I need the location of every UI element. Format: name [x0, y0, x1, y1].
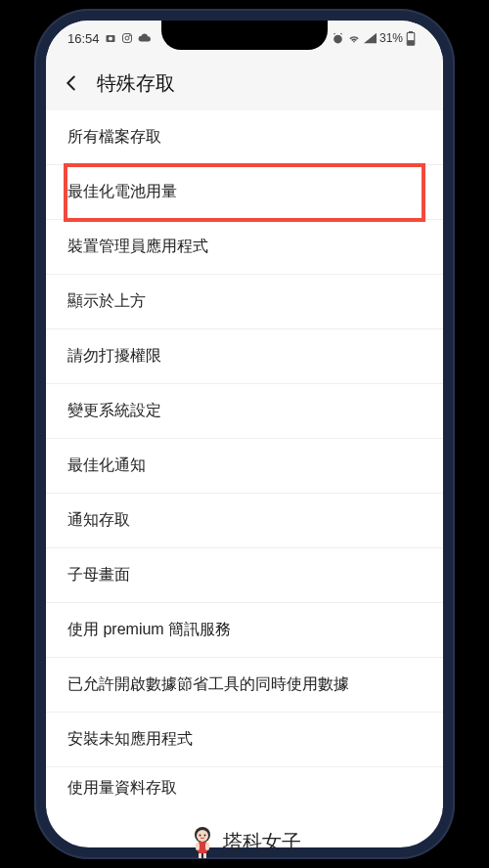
phone-frame: 16:54: [34, 9, 455, 859]
status-left: 16:54: [67, 31, 152, 46]
list-item-dnd-permission[interactable]: 請勿打擾權限: [46, 329, 443, 384]
list-item-modify-system[interactable]: 變更系統設定: [46, 384, 443, 439]
list-item-label: 請勿打擾權限: [67, 346, 161, 367]
svg-point-1: [109, 37, 112, 41]
list-item-pip[interactable]: 子母畫面: [46, 548, 443, 603]
page-title: 特殊存取: [97, 70, 175, 97]
cloud-icon: [138, 32, 152, 44]
svg-point-5: [333, 34, 342, 43]
watermark-text: 塔科女子: [223, 829, 301, 855]
battery-icon: [406, 31, 416, 46]
svg-point-3: [125, 36, 129, 40]
list-item-install-unknown[interactable]: 安裝未知應用程式: [46, 713, 443, 767]
svg-point-4: [129, 35, 130, 36]
svg-point-11: [200, 835, 201, 837]
svg-rect-8: [408, 40, 414, 44]
list-item-label: 顯示於上方: [67, 291, 146, 312]
chevron-left-icon: [61, 72, 82, 94]
watermark-mascot-icon: [188, 825, 217, 858]
back-button[interactable]: [60, 71, 83, 95]
list-item-notification-optimization[interactable]: 最佳化通知: [46, 439, 443, 494]
svg-rect-7: [410, 31, 413, 33]
battery-percent: 31%: [379, 31, 403, 45]
svg-point-10: [197, 830, 208, 842]
list-item-label: 子母畫面: [67, 565, 130, 586]
list-item-usage-data[interactable]: 使用量資料存取: [46, 767, 443, 808]
alarm-icon: [332, 32, 344, 45]
settings-list: 所有檔案存取 最佳化電池用量 裝置管理員應用程式 顯示於上方 請勿打擾權限 變更…: [46, 110, 443, 808]
watermark: 塔科女子: [188, 825, 301, 858]
svg-rect-16: [199, 853, 201, 858]
list-item-notification-access[interactable]: 通知存取: [46, 494, 443, 548]
notch: [161, 21, 328, 50]
phone-screen: 16:54: [46, 21, 443, 847]
list-item-label: 變更系統設定: [67, 401, 161, 421]
list-item-label: 安裝未知應用程式: [67, 729, 193, 750]
list-item-label: 最佳化通知: [67, 456, 146, 476]
svg-rect-15: [205, 843, 209, 850]
list-item-label: 通知存取: [67, 510, 130, 531]
list-item-unrestricted-data[interactable]: 已允許開啟數據節省工具的同時使用數據: [46, 658, 443, 713]
list-item-label: 最佳化電池用量: [67, 182, 177, 202]
list-item-label: 裝置管理員應用程式: [67, 237, 208, 257]
list-item-battery-optimization[interactable]: 最佳化電池用量: [46, 165, 443, 220]
svg-rect-14: [196, 843, 200, 850]
list-item-label: 使用 premium 簡訊服務: [67, 620, 231, 640]
camera-icon: [105, 32, 116, 44]
header: 特殊存取: [46, 56, 443, 110]
list-item-label: 已允許開啟數據節省工具的同時使用數據: [67, 674, 349, 695]
svg-point-12: [204, 835, 206, 837]
wifi-icon: [347, 32, 361, 44]
list-item-label: 使用量資料存取: [67, 778, 177, 799]
list-item-all-files-access[interactable]: 所有檔案存取: [46, 110, 443, 165]
svg-rect-17: [203, 853, 206, 858]
list-item-device-admin[interactable]: 裝置管理員應用程式: [46, 220, 443, 275]
status-time: 16:54: [67, 31, 100, 46]
list-item-display-over[interactable]: 顯示於上方: [46, 275, 443, 329]
signal-icon: [364, 32, 377, 44]
status-right: 31%: [332, 31, 416, 46]
instagram-icon: [121, 32, 133, 44]
list-item-label: 所有檔案存取: [67, 127, 161, 148]
list-item-premium-sms[interactable]: 使用 premium 簡訊服務: [46, 603, 443, 658]
